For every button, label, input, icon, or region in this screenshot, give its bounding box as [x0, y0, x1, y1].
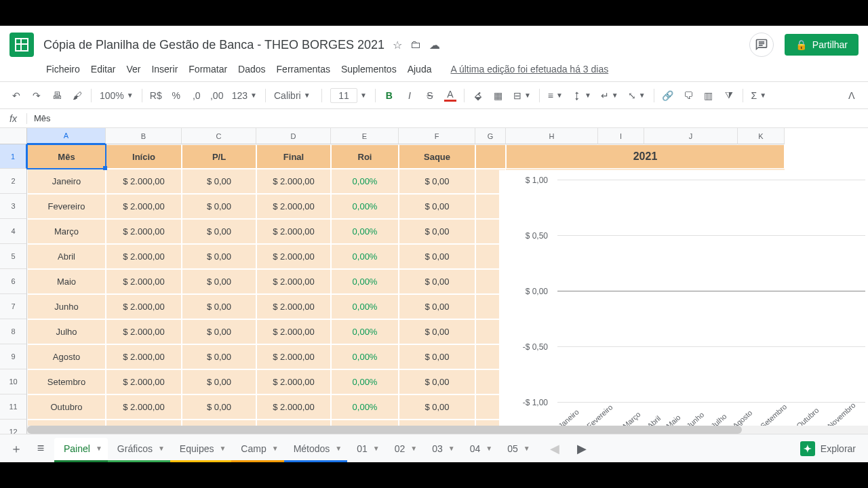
- cell-pl[interactable]: $ 0,00: [182, 369, 256, 394]
- sheet-tab[interactable]: Painel▼: [54, 438, 108, 460]
- link-button[interactable]: 🔗: [658, 86, 677, 105]
- explore-button[interactable]: ✦ Explorar: [793, 437, 863, 460]
- cell-pl[interactable]: $ 0,00: [182, 394, 256, 420]
- header-cell[interactable]: Saque: [399, 144, 475, 169]
- wrap-dropdown[interactable]: ↵▼: [597, 90, 623, 101]
- cell-inicio[interactable]: $ 2.000,00: [106, 269, 182, 294]
- filter-button[interactable]: ⧩: [719, 86, 738, 105]
- sheet-tab[interactable]: 01▼: [347, 438, 384, 460]
- cell-mes[interactable]: Outubro: [27, 394, 106, 420]
- cell-roi[interactable]: 0,00%: [331, 244, 399, 269]
- cell-mes[interactable]: Abril: [27, 244, 106, 269]
- cell-inicio[interactable]: $ 2.000,00: [106, 369, 182, 394]
- doc-title[interactable]: Cópia de Planilha de Gestão de Banca - T…: [43, 38, 384, 52]
- sheet-tab[interactable]: 04▼: [460, 438, 498, 460]
- column-header[interactable]: E: [331, 128, 399, 144]
- cell-roi[interactable]: 0,00%: [331, 344, 399, 369]
- borders-button[interactable]: ▦: [489, 86, 508, 105]
- cell-saque[interactable]: $ 0,00: [399, 294, 475, 319]
- chart-area[interactable]: $ 1,00 $ 0,50 $ 0,00 -$ 0,50 -$ 1,00 Jan…: [499, 170, 865, 427]
- menu-help[interactable]: Ajuda: [403, 61, 436, 77]
- sheet-tab[interactable]: Camp▼: [231, 438, 283, 460]
- cell-mes[interactable]: Fevereiro: [27, 194, 106, 219]
- cell-roi[interactable]: 0,00%: [331, 194, 399, 219]
- menu-addons[interactable]: Suplementos: [337, 61, 401, 77]
- header-cell[interactable]: Mês: [27, 144, 106, 169]
- share-button[interactable]: 🔒 Partilhar: [785, 34, 859, 56]
- fill-color-button[interactable]: [469, 86, 488, 105]
- undo-button[interactable]: ↶: [7, 86, 26, 105]
- cell-roi[interactable]: 0,00%: [331, 269, 399, 294]
- sheets-logo[interactable]: [9, 33, 34, 57]
- cell-pl[interactable]: $ 0,00: [182, 219, 256, 244]
- cell-final[interactable]: $ 2.000,00: [256, 269, 331, 294]
- row-header[interactable]: 8: [0, 319, 27, 344]
- comments-button[interactable]: [749, 33, 774, 57]
- menu-format[interactable]: Formatar: [184, 61, 231, 77]
- row-header[interactable]: 11: [0, 394, 27, 420]
- format-percent-button[interactable]: %: [167, 86, 186, 105]
- cell-roi[interactable]: 0,00%: [331, 394, 399, 420]
- cell-inicio[interactable]: $ 2.000,00: [106, 169, 182, 194]
- column-header[interactable]: K: [738, 128, 785, 144]
- sheet-nav-next[interactable]: ▶: [571, 438, 593, 460]
- cell[interactable]: [475, 144, 506, 169]
- italic-button[interactable]: I: [400, 86, 419, 105]
- cell-roi[interactable]: 0,00%: [331, 219, 399, 244]
- cell-roi[interactable]: 0,00%: [331, 319, 399, 344]
- header-cell[interactable]: Início: [106, 144, 182, 169]
- cell-final[interactable]: $ 2.000,00: [256, 194, 331, 219]
- increase-decimal-button[interactable]: ,00: [208, 86, 226, 105]
- sheet-tab[interactable]: Gráficos▼: [108, 438, 170, 460]
- menu-data[interactable]: Dados: [234, 61, 269, 77]
- cell-saque[interactable]: $ 0,00: [399, 244, 475, 269]
- bold-button[interactable]: B: [380, 86, 399, 105]
- row-header[interactable]: 12: [0, 420, 27, 434]
- cell-pl[interactable]: $ 0,00: [182, 244, 256, 269]
- decrease-decimal-button[interactable]: ,0: [187, 86, 206, 105]
- text-color-button[interactable]: A: [441, 86, 460, 105]
- cell-mes[interactable]: Setembro: [27, 369, 106, 394]
- paint-format-button[interactable]: 🖌: [68, 86, 87, 105]
- cell-inicio[interactable]: $ 2.000,00: [106, 294, 182, 319]
- sheet-tab[interactable]: 05▼: [498, 438, 535, 460]
- cell-saque[interactable]: $ 0,00: [399, 194, 475, 219]
- font-dropdown[interactable]: Calibri▼: [270, 90, 317, 101]
- row-header[interactable]: 7: [0, 294, 27, 319]
- star-icon[interactable]: ☆: [393, 39, 402, 52]
- all-sheets-button[interactable]: ≡: [30, 438, 52, 460]
- sheet-tab[interactable]: 03▼: [422, 438, 460, 460]
- cell-pl[interactable]: $ 0,00: [182, 269, 256, 294]
- cell-saque[interactable]: $ 0,00: [399, 169, 475, 194]
- row-header[interactable]: 6: [0, 269, 27, 294]
- sheet-tab[interactable]: 02▼: [385, 438, 422, 460]
- row-header[interactable]: 10: [0, 369, 27, 394]
- cell-final[interactable]: $ 2.000,00: [256, 369, 331, 394]
- column-header[interactable]: J: [644, 128, 738, 144]
- cell-pl[interactable]: $ 0,00: [182, 294, 256, 319]
- cell-pl[interactable]: $ 0,00: [182, 319, 256, 344]
- cell-mes[interactable]: Julho: [27, 319, 106, 344]
- sheet-tab[interactable]: Métodos▼: [284, 438, 348, 460]
- functions-dropdown[interactable]: Σ▼: [747, 90, 771, 101]
- cell-saque[interactable]: $ 0,00: [399, 219, 475, 244]
- cell-mes[interactable]: Março: [27, 219, 106, 244]
- cell-saque[interactable]: $ 0,00: [399, 369, 475, 394]
- collapse-toolbar-button[interactable]: ᐱ: [842, 86, 861, 105]
- cell-final[interactable]: $ 2.000,00: [256, 169, 331, 194]
- column-header[interactable]: B: [106, 128, 182, 144]
- column-header[interactable]: D: [256, 128, 331, 144]
- cell-final[interactable]: $ 2.000,00: [256, 294, 331, 319]
- row-header[interactable]: 9: [0, 344, 27, 369]
- cell-saque[interactable]: $ 0,00: [399, 319, 475, 344]
- row-header[interactable]: 1: [0, 144, 27, 169]
- print-button[interactable]: 🖶: [47, 86, 66, 105]
- cell-final[interactable]: $ 2.000,00: [256, 344, 331, 369]
- font-size-dropdown[interactable]: 11▼: [326, 88, 371, 103]
- cell-saque[interactable]: $ 0,00: [399, 344, 475, 369]
- menu-view[interactable]: Ver: [122, 61, 144, 77]
- chart-button[interactable]: ▥: [699, 86, 718, 105]
- cell-final[interactable]: $ 2.000,00: [256, 394, 331, 420]
- comment-button[interactable]: 🗨: [679, 86, 698, 105]
- cell-saque[interactable]: $ 0,00: [399, 269, 475, 294]
